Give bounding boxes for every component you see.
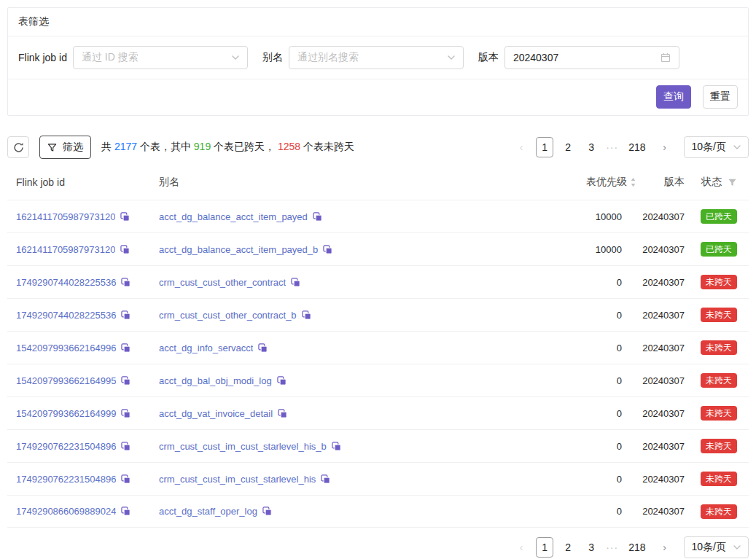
priority-cell: 10000 — [527, 244, 636, 255]
alias-cell: acct_dg_balance_acct_item_payed — [150, 211, 527, 222]
version-cell: 20240307 — [636, 310, 687, 321]
flink-job-id-link[interactable]: 1749290866069889024 — [16, 506, 116, 517]
flink-job-id-link[interactable]: 1749290762231504896 — [16, 441, 116, 452]
copy-icon[interactable] — [121, 442, 130, 451]
summary-seg: 共 — [101, 141, 114, 152]
priority-cell: 0 — [527, 408, 636, 419]
header-version: 版本 — [636, 176, 687, 189]
flink-job-id-select[interactable]: 通过 ID 搜索 — [73, 46, 248, 69]
summary-seg: 个表，其中 — [137, 141, 194, 152]
page-button-1[interactable]: 1 — [536, 137, 553, 157]
copy-icon[interactable] — [120, 212, 130, 222]
table-row: 1749290762231504896 crm_cust_cust_im_cus… — [7, 429, 749, 462]
page-ellipsis[interactable]: ··· — [606, 141, 618, 153]
table-row: 1749290744028225536 crm_cust_cust_other_… — [7, 298, 749, 331]
copy-icon[interactable] — [121, 376, 130, 386]
alias-cell: crm_cust_cust_im_cust_starlevel_his_b — [150, 441, 527, 452]
version-field: 版本 20240307 — [478, 46, 679, 69]
status-badge: 未跨天 — [701, 373, 737, 388]
page-button-last[interactable]: 218 — [624, 537, 650, 558]
table-row: 1749290866069889024 acct_dg_staff_oper_l… — [7, 495, 749, 528]
table-row: 1542097993662164996 acct_dg_info_servacc… — [7, 331, 749, 364]
alias-link[interactable]: acct_dg_balance_acct_item_payed_b — [159, 244, 318, 255]
copy-icon[interactable] — [313, 212, 322, 222]
flink-job-id-link[interactable]: 1749290744028225536 — [16, 277, 116, 288]
copy-icon[interactable] — [277, 376, 287, 386]
alias-link[interactable]: crm_cust_cust_im_cust_starlevel_his — [159, 474, 316, 485]
version-cell: 20240307 — [636, 343, 687, 353]
alias-link[interactable]: acct_dg_balance_acct_item_payed — [159, 211, 308, 222]
page-button-3[interactable]: 3 — [582, 137, 600, 157]
table-row: 1542097993662164999 acct_dg_vat_invoice_… — [7, 396, 749, 429]
alias-link[interactable]: acct_dg_vat_invoice_detail — [159, 408, 273, 419]
flink-job-id-link[interactable]: 1542097993662164995 — [16, 375, 116, 386]
flink-job-id-cell: 1542097993662164999 — [7, 408, 150, 419]
chevron-down-icon — [232, 55, 239, 60]
copy-icon[interactable] — [121, 507, 130, 516]
flink-job-id-link[interactable]: 1542097993662164996 — [16, 343, 116, 353]
status-badge: 未跨天 — [701, 439, 737, 453]
copy-icon[interactable] — [278, 409, 287, 418]
summary-uncrossed: 1258 — [278, 141, 300, 152]
page-size-select[interactable]: 10条/页 — [684, 536, 749, 558]
flink-job-id-cell: 1749290744028225536 — [7, 277, 150, 288]
alias-select[interactable]: 通过别名搜索 — [289, 46, 464, 69]
flink-job-id-cell: 1749290762231504896 — [7, 474, 150, 485]
query-button[interactable]: 查询 — [656, 85, 691, 109]
priority-cell: 0 — [527, 474, 636, 485]
flink-job-id-link[interactable]: 1621411705987973120 — [16, 244, 115, 255]
copy-icon[interactable] — [302, 310, 311, 320]
copy-icon[interactable] — [121, 278, 130, 287]
alias-link[interactable]: acct_dg_info_servacct — [159, 343, 253, 353]
copy-icon[interactable] — [121, 343, 130, 353]
alias-cell: acct_dg_balance_acct_item_payed_b — [150, 244, 527, 255]
refresh-button[interactable] — [7, 136, 29, 158]
flink-job-id-cell: 1542097993662164996 — [7, 343, 150, 353]
alias-placeholder: 通过别名搜索 — [297, 51, 442, 64]
alias-cell: acct_dg_info_servacct — [150, 343, 527, 353]
flink-job-id-link[interactable]: 1749290762231504896 — [16, 474, 116, 485]
flink-job-id-link[interactable]: 1542097993662164999 — [16, 408, 116, 419]
page-ellipsis[interactable]: ··· — [606, 542, 618, 553]
page-button-last[interactable]: 218 — [624, 137, 650, 157]
flink-job-id-cell: 1542097993662164995 — [7, 375, 150, 386]
copy-icon[interactable] — [262, 507, 272, 516]
page-size-select[interactable]: 10条/页 — [684, 136, 749, 158]
alias-link[interactable]: acct_dg_bal_obj_modi_log — [159, 375, 272, 386]
copy-icon[interactable] — [120, 245, 130, 254]
page-button-3[interactable]: 3 — [582, 537, 600, 558]
reset-button[interactable]: 重置 — [703, 85, 738, 109]
status-cell: 未跨天 — [687, 439, 749, 453]
page-button-2[interactable]: 2 — [559, 537, 577, 558]
alias-link[interactable]: crm_cust_cust_other_contract_b — [159, 310, 297, 321]
priority-cell: 0 — [527, 310, 636, 321]
alias-link[interactable]: crm_cust_cust_im_cust_starlevel_his_b — [159, 441, 327, 452]
alias-field: 别名 通过别名搜索 — [262, 46, 464, 69]
version-date-input[interactable]: 20240307 — [504, 46, 679, 69]
copy-icon[interactable] — [121, 310, 130, 320]
filter-toggle-button[interactable]: 筛选 — [39, 136, 91, 159]
copy-icon[interactable] — [121, 474, 130, 484]
priority-cell: 0 — [527, 375, 636, 386]
sort-icon[interactable] — [630, 177, 636, 187]
status-badge: 未跨天 — [701, 472, 737, 486]
status-cell: 已跨天 — [687, 242, 749, 257]
page-button-2[interactable]: 2 — [559, 137, 577, 157]
copy-icon[interactable] — [291, 278, 300, 287]
copy-icon[interactable] — [121, 409, 130, 418]
prev-page-button[interactable]: ‹ — [513, 537, 530, 558]
next-page-button[interactable]: › — [656, 537, 674, 558]
alias-link[interactable]: crm_cust_cust_other_contract — [159, 277, 286, 288]
status-cell: 已跨天 — [687, 209, 749, 224]
filter-funnel-icon[interactable] — [728, 178, 737, 187]
copy-icon[interactable] — [332, 442, 341, 451]
copy-icon[interactable] — [323, 245, 332, 254]
page-button-1[interactable]: 1 — [536, 537, 553, 558]
next-page-button[interactable]: › — [656, 137, 674, 157]
alias-link[interactable]: acct_dg_staff_oper_log — [159, 506, 257, 517]
copy-icon[interactable] — [321, 474, 330, 484]
flink-job-id-link[interactable]: 1621411705987973120 — [16, 211, 115, 222]
copy-icon[interactable] — [258, 343, 268, 353]
flink-job-id-link[interactable]: 1749290744028225536 — [16, 310, 116, 321]
prev-page-button[interactable]: ‹ — [513, 137, 530, 157]
